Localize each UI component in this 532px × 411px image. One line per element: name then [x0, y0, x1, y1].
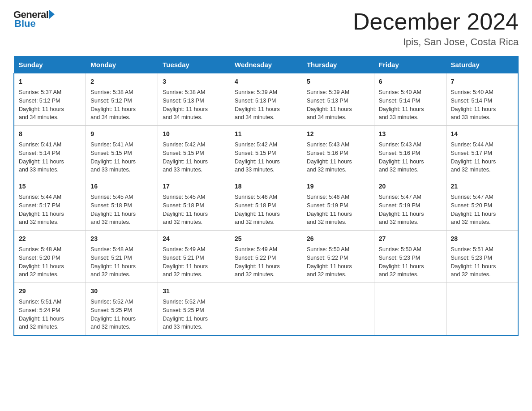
- day-of-week-header: Thursday: [302, 56, 374, 73]
- day-info: Sunrise: 5:41 AMSunset: 5:15 PMDaylight:…: [90, 141, 136, 173]
- calendar-week-row: 1 Sunrise: 5:37 AMSunset: 5:12 PMDayligh…: [14, 73, 518, 126]
- calendar-day-cell: 1 Sunrise: 5:37 AMSunset: 5:12 PMDayligh…: [14, 73, 86, 126]
- day-info: Sunrise: 5:48 AMSunset: 5:20 PMDaylight:…: [19, 246, 64, 278]
- day-number: 13: [379, 129, 442, 139]
- calendar-day-cell: 29 Sunrise: 5:51 AMSunset: 5:24 PMDaylig…: [14, 283, 86, 336]
- day-number: 16: [90, 182, 153, 191]
- calendar-day-cell: [230, 283, 302, 336]
- calendar-week-row: 8 Sunrise: 5:41 AMSunset: 5:14 PMDayligh…: [14, 126, 518, 178]
- day-info: Sunrise: 5:48 AMSunset: 5:21 PMDaylight:…: [90, 246, 136, 278]
- calendar-day-cell: 15 Sunrise: 5:44 AMSunset: 5:17 PMDaylig…: [14, 178, 86, 231]
- calendar-day-cell: 24 Sunrise: 5:49 AMSunset: 5:21 PMDaylig…: [158, 231, 230, 283]
- calendar-day-cell: 3 Sunrise: 5:38 AMSunset: 5:13 PMDayligh…: [158, 73, 230, 126]
- calendar-day-cell: 13 Sunrise: 5:43 AMSunset: 5:16 PMDaylig…: [374, 126, 446, 178]
- day-number: 1: [19, 77, 81, 86]
- day-info: Sunrise: 5:47 AMSunset: 5:20 PMDaylight:…: [451, 194, 496, 225]
- calendar-table: SundayMondayTuesdayWednesdayThursdayFrid…: [13, 56, 519, 336]
- location-title: Ipis, San Jose, Costa Rica: [353, 36, 519, 48]
- day-info: Sunrise: 5:44 AMSunset: 5:17 PMDaylight:…: [19, 194, 64, 225]
- day-info: Sunrise: 5:38 AMSunset: 5:12 PMDaylight:…: [90, 89, 136, 120]
- calendar-day-cell: 4 Sunrise: 5:39 AMSunset: 5:13 PMDayligh…: [230, 73, 302, 126]
- month-title: December 2024: [353, 9, 519, 34]
- day-info: Sunrise: 5:40 AMSunset: 5:14 PMDaylight:…: [451, 89, 496, 120]
- day-number: 25: [235, 234, 297, 244]
- day-info: Sunrise: 5:52 AMSunset: 5:25 PMDaylight:…: [163, 299, 208, 330]
- calendar-header-row: SundayMondayTuesdayWednesdayThursdayFrid…: [14, 56, 518, 73]
- day-number: 22: [19, 234, 81, 244]
- calendar-day-cell: 25 Sunrise: 5:49 AMSunset: 5:22 PMDaylig…: [230, 231, 302, 283]
- day-info: Sunrise: 5:52 AMSunset: 5:25 PMDaylight:…: [90, 299, 136, 330]
- day-number: 17: [163, 182, 225, 191]
- calendar-day-cell: 10 Sunrise: 5:42 AMSunset: 5:15 PMDaylig…: [158, 126, 230, 178]
- calendar-day-cell: 20 Sunrise: 5:47 AMSunset: 5:19 PMDaylig…: [374, 178, 446, 231]
- calendar-day-cell: 7 Sunrise: 5:40 AMSunset: 5:14 PMDayligh…: [446, 73, 518, 126]
- day-info: Sunrise: 5:39 AMSunset: 5:13 PMDaylight:…: [307, 89, 352, 120]
- calendar-day-cell: 28 Sunrise: 5:51 AMSunset: 5:23 PMDaylig…: [446, 231, 518, 283]
- day-info: Sunrise: 5:50 AMSunset: 5:22 PMDaylight:…: [307, 246, 352, 278]
- day-number: 24: [163, 234, 225, 244]
- day-info: Sunrise: 5:42 AMSunset: 5:15 PMDaylight:…: [163, 141, 208, 173]
- day-info: Sunrise: 5:45 AMSunset: 5:18 PMDaylight:…: [90, 194, 136, 225]
- day-number: 26: [307, 234, 369, 244]
- calendar-day-cell: 2 Sunrise: 5:38 AMSunset: 5:12 PMDayligh…: [86, 73, 158, 126]
- logo-arrow-icon: [49, 10, 55, 19]
- day-number: 29: [19, 287, 81, 296]
- day-info: Sunrise: 5:42 AMSunset: 5:15 PMDaylight:…: [235, 141, 280, 173]
- day-info: Sunrise: 5:51 AMSunset: 5:23 PMDaylight:…: [451, 246, 496, 278]
- day-info: Sunrise: 5:46 AMSunset: 5:18 PMDaylight:…: [235, 194, 280, 225]
- day-number: 7: [451, 77, 513, 86]
- day-number: 27: [379, 234, 442, 244]
- day-number: 28: [451, 234, 513, 244]
- calendar-week-row: 22 Sunrise: 5:48 AMSunset: 5:20 PMDaylig…: [14, 231, 518, 283]
- day-number: 20: [379, 182, 442, 191]
- day-info: Sunrise: 5:50 AMSunset: 5:23 PMDaylight:…: [379, 246, 424, 278]
- day-number: 10: [163, 129, 225, 139]
- day-number: 6: [379, 77, 442, 86]
- day-info: Sunrise: 5:40 AMSunset: 5:14 PMDaylight:…: [379, 89, 424, 120]
- calendar-day-cell: 26 Sunrise: 5:50 AMSunset: 5:22 PMDaylig…: [302, 231, 374, 283]
- calendar-day-cell: 9 Sunrise: 5:41 AMSunset: 5:15 PMDayligh…: [86, 126, 158, 178]
- page-header: General Blue December 2024 Ipis, San Jos…: [13, 9, 519, 48]
- day-number: 8: [19, 129, 81, 139]
- day-of-week-header: Monday: [86, 56, 158, 73]
- day-info: Sunrise: 5:51 AMSunset: 5:24 PMDaylight:…: [19, 299, 64, 330]
- day-info: Sunrise: 5:44 AMSunset: 5:17 PMDaylight:…: [451, 141, 496, 173]
- day-number: 19: [307, 182, 369, 191]
- calendar-day-cell: 22 Sunrise: 5:48 AMSunset: 5:20 PMDaylig…: [14, 231, 86, 283]
- day-info: Sunrise: 5:39 AMSunset: 5:13 PMDaylight:…: [235, 89, 280, 120]
- day-number: 2: [90, 77, 153, 86]
- day-info: Sunrise: 5:38 AMSunset: 5:13 PMDaylight:…: [163, 89, 208, 120]
- day-number: 15: [19, 182, 81, 191]
- calendar-day-cell: 14 Sunrise: 5:44 AMSunset: 5:17 PMDaylig…: [446, 126, 518, 178]
- calendar-day-cell: 23 Sunrise: 5:48 AMSunset: 5:21 PMDaylig…: [86, 231, 158, 283]
- calendar-day-cell: 5 Sunrise: 5:39 AMSunset: 5:13 PMDayligh…: [302, 73, 374, 126]
- day-number: 31: [163, 287, 225, 296]
- calendar-day-cell: 6 Sunrise: 5:40 AMSunset: 5:14 PMDayligh…: [374, 73, 446, 126]
- day-info: Sunrise: 5:49 AMSunset: 5:21 PMDaylight:…: [163, 246, 208, 278]
- calendar-week-row: 29 Sunrise: 5:51 AMSunset: 5:24 PMDaylig…: [14, 283, 518, 336]
- day-info: Sunrise: 5:43 AMSunset: 5:16 PMDaylight:…: [379, 141, 424, 173]
- day-info: Sunrise: 5:37 AMSunset: 5:12 PMDaylight:…: [19, 89, 64, 120]
- day-number: 14: [451, 129, 513, 139]
- calendar-day-cell: 11 Sunrise: 5:42 AMSunset: 5:15 PMDaylig…: [230, 126, 302, 178]
- logo: General Blue: [13, 9, 55, 30]
- calendar-day-cell: 17 Sunrise: 5:45 AMSunset: 5:18 PMDaylig…: [158, 178, 230, 231]
- day-of-week-header: Saturday: [446, 56, 518, 73]
- day-number: 12: [307, 129, 369, 139]
- day-number: 23: [90, 234, 153, 244]
- calendar-day-cell: [302, 283, 374, 336]
- day-info: Sunrise: 5:43 AMSunset: 5:16 PMDaylight:…: [307, 141, 352, 173]
- day-of-week-header: Sunday: [14, 56, 86, 73]
- calendar-day-cell: 8 Sunrise: 5:41 AMSunset: 5:14 PMDayligh…: [14, 126, 86, 178]
- day-info: Sunrise: 5:45 AMSunset: 5:18 PMDaylight:…: [163, 194, 208, 225]
- calendar-day-cell: 16 Sunrise: 5:45 AMSunset: 5:18 PMDaylig…: [86, 178, 158, 231]
- title-section: December 2024 Ipis, San Jose, Costa Rica: [353, 9, 519, 48]
- calendar-day-cell: [374, 283, 446, 336]
- day-number: 18: [235, 182, 297, 191]
- calendar-day-cell: 31 Sunrise: 5:52 AMSunset: 5:25 PMDaylig…: [158, 283, 230, 336]
- day-number: 30: [90, 287, 153, 296]
- day-number: 5: [307, 77, 369, 86]
- calendar-week-row: 15 Sunrise: 5:44 AMSunset: 5:17 PMDaylig…: [14, 178, 518, 231]
- day-info: Sunrise: 5:46 AMSunset: 5:19 PMDaylight:…: [307, 194, 352, 225]
- calendar-day-cell: 12 Sunrise: 5:43 AMSunset: 5:16 PMDaylig…: [302, 126, 374, 178]
